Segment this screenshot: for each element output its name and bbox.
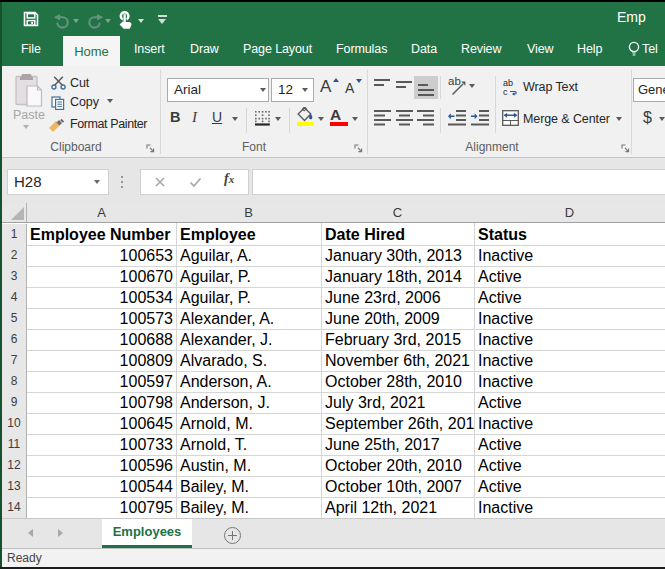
svg-text:c: c (503, 87, 508, 96)
